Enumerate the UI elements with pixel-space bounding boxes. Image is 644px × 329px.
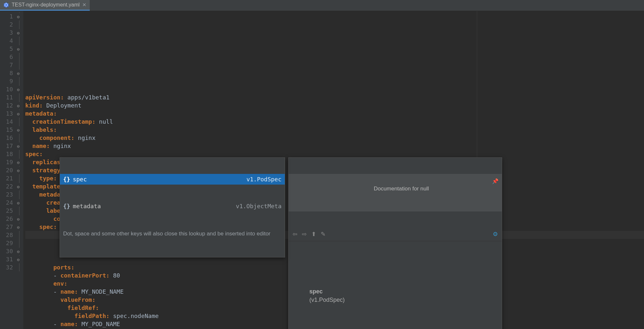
tab-bar: TEST-nginx-deployment.yaml ✕ — [0, 0, 644, 11]
code-editor[interactable]: 1234567891011121314151617181920212223242… — [0, 11, 644, 329]
code-line[interactable]: metadata: — [25, 109, 644, 118]
fold-gutter[interactable] — [16, 11, 23, 329]
code-line[interactable]: spec: — [25, 150, 644, 158]
doc-title-bar: Documentation for null 📌 — [289, 174, 502, 211]
editor-tab[interactable]: TEST-nginx-deployment.yaml ✕ — [0, 0, 90, 11]
edit-source-icon[interactable]: ✎ — [321, 230, 326, 238]
doc-title-text: Documentation for null — [374, 186, 429, 192]
kubernetes-icon — [3, 2, 9, 8]
autocomplete-item[interactable]: {} metadata v1.ObjectMeta — [60, 201, 285, 211]
code-line[interactable]: creationTimestamp: null — [25, 118, 644, 126]
code-line[interactable]: kind: Deployment — [25, 101, 644, 109]
line-number-gutter: 1234567891011121314151617181920212223242… — [0, 11, 16, 329]
up-icon[interactable]: ⬆ — [311, 230, 316, 238]
code-line[interactable]: name: nginx — [25, 142, 644, 150]
autocomplete-item-label: metadata — [73, 202, 101, 210]
doc-signature: spec (v1.PodSpec) — [293, 279, 497, 312]
code-area[interactable]: apiVersion: apps/v1beta1kind: Deployment… — [23, 11, 644, 329]
tab-filename: TEST-nginx-deployment.yaml — [12, 2, 80, 8]
autocomplete-hint: Dot, space and some other keys will also… — [60, 228, 285, 241]
gear-icon[interactable]: ⚙ — [493, 230, 498, 238]
documentation-panel: Documentation for null 📌 ⇦ ⇨ ⬆ ✎ ⚙ spec … — [288, 157, 502, 329]
code-line[interactable]: labels: — [25, 126, 644, 134]
code-line[interactable]: apiVersion: apps/v1beta1 — [25, 93, 644, 101]
autocomplete-item[interactable]: {} spec v1.PodSpec — [60, 174, 285, 185]
doc-toolbar: ⇦ ⇨ ⬆ ✎ ⚙ — [289, 228, 502, 241]
doc-body: spec (v1.PodSpec) Specification of the d… — [289, 257, 502, 329]
forward-icon[interactable]: ⇨ — [302, 230, 307, 238]
code-line[interactable]: component: nginx — [25, 134, 644, 142]
object-icon: {} — [63, 202, 70, 210]
autocomplete-item-type: v1.PodSpec — [247, 175, 282, 183]
autocomplete-item-type: v1.ObjectMeta — [236, 202, 282, 210]
autocomplete-popup[interactable]: {} spec v1.PodSpec {} metadata v1.Object… — [60, 157, 285, 257]
pin-icon[interactable]: 📌 — [492, 177, 499, 185]
back-icon[interactable]: ⇦ — [293, 230, 297, 238]
close-icon[interactable]: ✕ — [82, 2, 86, 8]
object-icon: {} — [63, 175, 70, 183]
autocomplete-item-label: spec — [73, 175, 87, 183]
